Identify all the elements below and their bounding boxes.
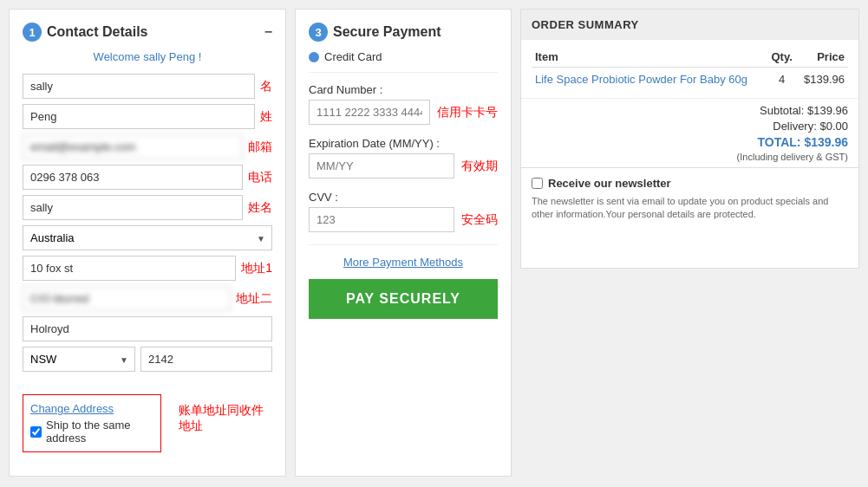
- last-name-row: 姓: [23, 104, 272, 129]
- minimize-button[interactable]: −: [264, 24, 272, 40]
- total-value: $139.96: [804, 135, 848, 149]
- total-label: TOTAL:: [757, 135, 800, 149]
- phone-input[interactable]: [23, 165, 243, 190]
- contact-title: Contact Details: [47, 24, 147, 40]
- email-row: 邮箱: [23, 134, 272, 159]
- newsletter-section: Receive our newsletter The newsletter is…: [521, 167, 858, 231]
- more-payment-link[interactable]: More Payment Methods: [309, 256, 498, 269]
- first-name-row: 名: [23, 74, 272, 99]
- phone-row: 电话: [23, 165, 272, 190]
- payment-header: 3 Secure Payment: [309, 23, 498, 42]
- address2-annotation: 地址二: [236, 291, 272, 307]
- address1-annotation: 地址1: [241, 261, 272, 276]
- bottom-section: Change Address Ship to the same address …: [23, 384, 272, 452]
- last-name-group: 姓: [23, 104, 272, 129]
- payment-title: Secure Payment: [333, 24, 441, 40]
- welcome-text: Welcome sally Peng !: [23, 50, 272, 63]
- card-number-label: Card Number :: [309, 83, 498, 96]
- delivery-value: $0.00: [819, 120, 848, 133]
- order-panel: ORDER SUMMARY Item Qty. Price Life Space…: [520, 9, 859, 269]
- price-column-header: Price: [797, 47, 848, 68]
- pay-securely-button[interactable]: PAY SECURELY: [309, 279, 498, 319]
- address1-group: 地址1: [23, 256, 272, 281]
- contact-header: 1 Contact Details −: [23, 23, 272, 42]
- address1-row: 地址1: [23, 256, 272, 281]
- email-annotation: 邮箱: [248, 140, 272, 155]
- city-input[interactable]: [23, 316, 272, 341]
- ship-same-checkbox[interactable]: [30, 426, 42, 438]
- username-row: 姓名: [23, 195, 272, 220]
- order-table-wrapper: Item Qty. Price Life Space Probiotic Pow…: [521, 40, 858, 98]
- order-summary-header: ORDER SUMMARY: [521, 10, 858, 40]
- state-select[interactable]: NSW: [23, 347, 135, 372]
- credit-card-row: Credit Card: [309, 50, 498, 73]
- zip-input[interactable]: [140, 347, 272, 372]
- expiry-label: Expiration Date (MM/YY) :: [309, 137, 498, 150]
- address1-input[interactable]: [23, 256, 236, 281]
- change-address-link[interactable]: Change Address: [30, 402, 153, 415]
- payment-panel: 3 Secure Payment Credit Card Card Number…: [295, 9, 512, 477]
- subtotal-row: Subtotal: $139.96: [532, 104, 848, 117]
- contact-header-left: 1 Contact Details: [23, 23, 147, 42]
- state-zip-row: NSW: [23, 347, 272, 372]
- card-number-annotation: 信用卡卡号: [437, 105, 498, 120]
- email-group: 邮箱: [23, 134, 272, 159]
- username-input[interactable]: [23, 195, 243, 220]
- table-row: Life Space Probiotic Powder For Baby 60g…: [532, 68, 848, 92]
- address2-input[interactable]: [23, 286, 231, 311]
- ship-same-label: Ship to the same address: [46, 419, 153, 445]
- contact-panel: 1 Contact Details − Welcome sally Peng !…: [9, 9, 286, 477]
- newsletter-description: The newsletter is sent via email to upda…: [532, 195, 848, 222]
- country-row: Australia: [23, 225, 272, 250]
- order-table: Item Qty. Price Life Space Probiotic Pow…: [532, 47, 848, 91]
- last-name-annotation: 姓: [260, 109, 272, 125]
- subtotal-label: Subtotal:: [760, 104, 804, 117]
- email-input[interactable]: [23, 134, 243, 159]
- address-options-box: Change Address Ship to the same address: [23, 394, 161, 452]
- step-3-circle: 3: [309, 23, 328, 42]
- country-select[interactable]: Australia: [23, 225, 272, 250]
- country-select-wrapper: Australia: [23, 225, 272, 250]
- credit-card-radio[interactable]: [309, 52, 319, 62]
- newsletter-label: Receive our newsletter: [548, 177, 671, 190]
- cvv-input[interactable]: [309, 207, 454, 232]
- item-qty-cell: 4: [767, 68, 797, 92]
- credit-card-label: Credit Card: [324, 50, 382, 63]
- payment-header-left: 3 Secure Payment: [309, 23, 441, 42]
- step-1-circle: 1: [23, 23, 42, 42]
- phone-annotation: 电话: [248, 170, 272, 185]
- item-price-cell: $139.96: [797, 68, 848, 92]
- cvv-section: CVV : 安全码: [309, 191, 498, 232]
- gst-note: (Including delivery & GST): [532, 152, 848, 162]
- expiry-annotation-row: 有效期: [309, 153, 498, 179]
- total-row: TOTAL: $139.96: [532, 135, 848, 149]
- item-column-header: Item: [532, 47, 767, 68]
- newsletter-checkbox[interactable]: [532, 178, 543, 189]
- card-number-annotation-row: 信用卡卡号: [309, 100, 498, 125]
- expiry-annotation: 有效期: [461, 159, 498, 174]
- first-name-annotation: 名: [260, 79, 272, 94]
- address2-group: 地址二: [23, 286, 272, 311]
- expiry-section: Expiration Date (MM/YY) : 有效期: [309, 137, 498, 179]
- ship-same-row: Ship to the same address: [30, 419, 153, 445]
- bottom-annotation: 账单地址同收件地址: [179, 403, 272, 434]
- order-totals: Subtotal: $139.96 Delivery: $0.00 TOTAL:…: [521, 98, 858, 167]
- subtotal-value: $139.96: [807, 104, 848, 117]
- main-container: 1 Contact Details − Welcome sally Peng !…: [9, 9, 859, 477]
- expiry-input[interactable]: [309, 153, 454, 179]
- last-name-input[interactable]: [23, 104, 255, 129]
- order-table-header-row: Item Qty. Price: [532, 47, 848, 68]
- payment-divider: [309, 244, 498, 245]
- state-select-wrapper: NSW: [23, 347, 135, 372]
- product-link[interactable]: Life Space Probiotic Powder For Baby 60g: [535, 73, 747, 86]
- cvv-annotation-row: 安全码: [309, 207, 498, 232]
- qty-column-header: Qty.: [767, 47, 797, 68]
- phone-group: 电话: [23, 165, 272, 190]
- cvv-annotation: 安全码: [461, 212, 498, 228]
- username-group: 姓名: [23, 195, 272, 220]
- card-number-input[interactable]: [309, 100, 430, 125]
- address2-row: 地址二: [23, 286, 272, 311]
- username-annotation: 姓名: [248, 200, 272, 216]
- first-name-input[interactable]: [23, 74, 255, 99]
- delivery-row: Delivery: $0.00: [532, 120, 848, 133]
